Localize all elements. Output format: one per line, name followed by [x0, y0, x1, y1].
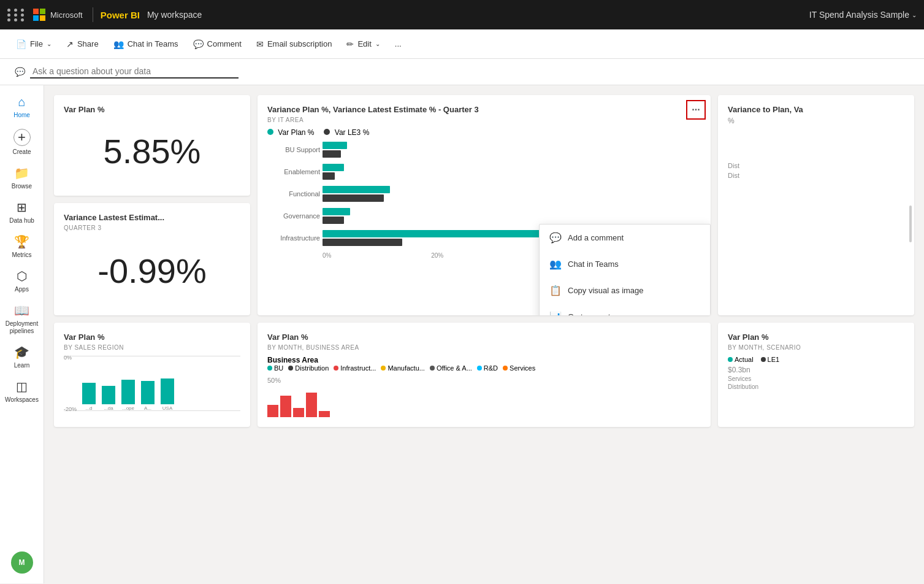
region-bar-3: ...ope [121, 380, 135, 411]
context-add-comment[interactable]: 💬 Add a comment [540, 225, 710, 251]
sidebar-item-home[interactable]: ⌂ Home [0, 90, 44, 124]
share-label: Share [77, 39, 99, 48]
sidebar-item-home-label: Home [13, 112, 30, 119]
more-label: ... [395, 39, 402, 48]
region-bars: ...d ...da ...ope A... [64, 356, 240, 411]
variance-latest-subtitle: QUARTER 3 [64, 225, 240, 231]
more-button[interactable]: ... [389, 36, 408, 52]
variance-latest-title: Variance Lastest Estimat... [64, 213, 240, 222]
bar-dark-infrastructure [323, 239, 402, 246]
user-avatar[interactable]: M [11, 551, 33, 574]
bar-label-enablement: Enablement [267, 168, 320, 175]
tile-var-plan-pct: Var Plan % 5.85% [54, 95, 250, 196]
context-menu: 💬 Add a comment 👥 Chat in Teams 📋 Copy v… [539, 224, 711, 315]
scenario-actual-dot [728, 357, 733, 362]
context-go-to-report[interactable]: 📊 Go to report [540, 304, 710, 315]
sidebar-item-metrics[interactable]: 🏆 Metrics [0, 229, 44, 264]
bar-row-governance: Governance [323, 208, 701, 224]
scenario-le1: LE1 [761, 356, 780, 363]
var-plan-month-subtitle: BY MONTH, BUSINESS AREA [267, 344, 701, 351]
browse-icon: 📁 [14, 166, 29, 180]
copy-visual-label: Copy visual as image [568, 286, 644, 295]
legend-dark-label: Var LE3 % [335, 128, 369, 137]
tile-var-plan-scenario: Var Plan % BY MONTH, SCENARIO Actual LE1… [718, 323, 914, 427]
bar-label-functional: Functional [267, 190, 320, 198]
month-bar-5 [319, 411, 330, 417]
sidebar-item-browse[interactable]: 📁 Browse [0, 161, 44, 195]
sidebar-item-create[interactable]: + Create [0, 124, 44, 161]
file-label: File [30, 39, 43, 48]
bar-dark-bu-support [323, 150, 341, 158]
ba-mfg: Manufactu... [381, 364, 425, 372]
waffle-icon[interactable] [7, 9, 26, 21]
report-title-dropdown[interactable]: IT Spend Analysis Sample ⌄ [809, 10, 917, 20]
ba-infra-dot [334, 366, 338, 371]
region-bar-3-bar [121, 380, 135, 404]
legend-dark-dot [324, 129, 330, 135]
bar-label-governance: Governance [267, 212, 320, 220]
bar-row-bu-support: BU Support [323, 142, 701, 158]
context-copy-visual[interactable]: 📋 Copy visual as image [540, 277, 710, 304]
sidebar-item-deployment[interactable]: 📖 Deployment pipelines [0, 298, 44, 340]
edit-icon: ✏ [346, 39, 354, 49]
file-chevron-icon: ⌄ [47, 40, 52, 47]
sidebar-item-apps[interactable]: ⬡ Apps [0, 264, 44, 298]
tile-var-plan-region: Var Plan % BY SALES REGION 0% -20% ...d [54, 323, 250, 427]
share-button[interactable]: ↗ Share [60, 36, 105, 53]
ask-bar: 💬 [0, 59, 924, 85]
edit-label: Edit [357, 39, 371, 48]
sidebar-item-workspaces[interactable]: ◫ Workspaces [0, 374, 44, 409]
teams-icon: 👥 [113, 39, 124, 49]
bar-dark-enablement [323, 172, 335, 180]
right-dist-1: Dist [728, 162, 904, 169]
deployment-icon: 📖 [14, 303, 29, 318]
legend-teal-dot [267, 129, 273, 135]
month-bar-1 [267, 405, 278, 417]
ba-mfg-dot [381, 366, 386, 371]
ba-rd-dot [477, 366, 482, 371]
month-pct-label: 50% [267, 377, 701, 384]
report-title: IT Spend Analysis Sample [809, 10, 909, 20]
sidebar-item-learn-label: Learn [14, 362, 30, 369]
context-chat-in-teams[interactable]: 👥 Chat in Teams [540, 251, 710, 277]
dashboard: Var Plan % 5.85% ··· Variance Plan %, Va… [44, 85, 924, 583]
tile-variance-latest: Variance Lastest Estimat... QUARTER 3 -0… [54, 203, 250, 315]
chat-in-teams-label: Chat in Teams [128, 39, 178, 48]
chat-in-teams-button[interactable]: 👥 Chat in Teams [107, 36, 185, 53]
bar-label-infrastructure: Infrastructure [267, 234, 320, 242]
ask-input[interactable] [30, 65, 239, 79]
services-label: Services [728, 375, 904, 382]
tile-more-button[interactable]: ··· [686, 100, 706, 120]
edit-button[interactable]: ✏ Edit ⌄ [340, 36, 386, 53]
file-icon: 📄 [16, 39, 26, 49]
main-chart-subtitle: BY IT AREA [267, 117, 701, 123]
region-chart: 0% -20% ...d ...da [64, 356, 240, 411]
workspace-name: My workspace [147, 10, 202, 20]
sidebar-item-data-hub[interactable]: ⊞ Data hub [0, 195, 44, 229]
workspaces-icon: ◫ [16, 379, 28, 394]
bar-group-infrastructure [323, 230, 556, 246]
comment-icon: 💬 [193, 39, 204, 49]
ba-office-dot [430, 366, 435, 371]
comment-button[interactable]: 💬 Comment [187, 36, 248, 53]
file-button[interactable]: 📄 File ⌄ [10, 36, 58, 53]
var-plan-scenario-title: Var Plan % [728, 332, 904, 342]
bar-group-enablement [323, 164, 344, 180]
tile-right-partial: Variance to Plan, Va % Dist Dist [718, 95, 914, 315]
scenario-sub: $0.3bn [728, 366, 904, 374]
main-layout: ⌂ Home + Create 📁 Browse ⊞ Data hub 🏆 Me… [0, 85, 924, 583]
data-hub-icon: ⊞ [17, 200, 27, 215]
sidebar-item-learn[interactable]: 🎓 Learn [0, 340, 44, 374]
scenario-legend: Actual LE1 [728, 356, 904, 363]
ba-label: Business Area [267, 356, 701, 364]
sidebar-item-deployment-label: Deployment pipelines [2, 320, 41, 335]
x-axis-20: 20% [431, 252, 443, 259]
neg-line [64, 410, 240, 411]
apps-icon: ⬡ [17, 269, 27, 283]
var-plan-month-title: Var Plan % [267, 332, 701, 342]
sidebar-item-metrics-label: Metrics [12, 252, 31, 259]
email-subscription-button[interactable]: ✉ Email subscription [250, 36, 338, 53]
sidebar-item-apps-label: Apps [15, 286, 29, 293]
zero-label: 0% [64, 355, 72, 361]
month-bar-2 [280, 396, 291, 417]
